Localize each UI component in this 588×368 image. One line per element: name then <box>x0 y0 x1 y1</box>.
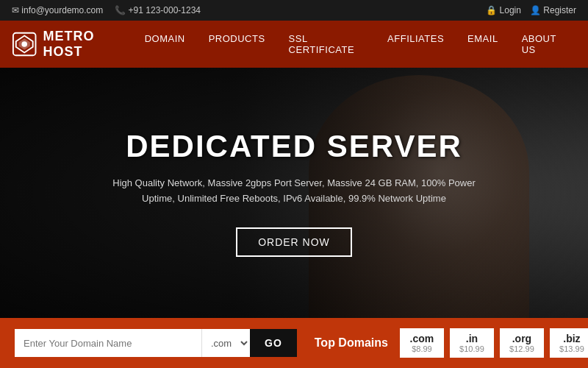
svg-point-3 <box>21 41 27 47</box>
nav-domain[interactable]: DOMAIN <box>135 27 196 61</box>
order-now-button[interactable]: ORDER NOW <box>236 227 352 257</box>
domain-badge-in[interactable]: .in $10.99 <box>450 328 494 358</box>
user-icon <box>530 5 543 15</box>
phone-icon <box>115 5 128 15</box>
hero-section: DEDICATED SERVER High Quality Network, M… <box>0 68 588 318</box>
email-info: info@yourdemo.com <box>12 5 103 15</box>
nav-products[interactable]: PRODUCTS <box>198 27 276 61</box>
domain-badge-com[interactable]: .com $8.99 <box>400 328 444 358</box>
logo[interactable]: METRO HOST <box>12 29 135 60</box>
nav-links: DOMAIN PRODUCTS SSL CERTIFICATE AFFILIAT… <box>135 27 576 61</box>
domain-badges: .com $8.99 .in $10.99 .org $12.99 .biz $… <box>400 328 588 358</box>
top-bar: info@yourdemo.com +91 123-000-1234 Login… <box>0 0 588 21</box>
lock-icon <box>486 5 499 15</box>
nav-email[interactable]: EMAIL <box>457 27 509 61</box>
register-link[interactable]: Register <box>530 5 576 15</box>
hero-content: DEDICATED SERVER High Quality Network, M… <box>88 129 500 257</box>
top-bar-right: Login Register <box>486 5 576 15</box>
domain-bar: .com .in .org .biz GO Top Domains .com $… <box>0 318 588 368</box>
hero-subtitle: High Quality Network, Massive 2gbps Port… <box>103 176 485 207</box>
login-link[interactable]: Login <box>486 5 521 15</box>
nav-about[interactable]: ABOUT US <box>512 27 576 61</box>
domain-input-group: .com .in .org .biz <box>15 329 250 357</box>
nav-ssl[interactable]: SSL CERTIFICATE <box>279 27 375 61</box>
top-domains-label: Top Domains <box>315 336 388 350</box>
logo-icon <box>12 31 37 57</box>
top-bar-left: info@yourdemo.com +91 123-000-1234 <box>12 5 201 15</box>
hero-title: DEDICATED SERVER <box>103 129 485 164</box>
domain-go-button[interactable]: GO <box>250 329 297 357</box>
navbar: METRO HOST DOMAIN PRODUCTS SSL CERTIFICA… <box>0 21 588 68</box>
nav-affiliates[interactable]: AFFILIATES <box>377 27 454 61</box>
domain-search-input[interactable] <box>15 329 201 357</box>
phone-info: +91 123-000-1234 <box>115 5 201 15</box>
email-icon <box>12 5 21 15</box>
domain-badge-org[interactable]: .org $12.99 <box>500 328 544 358</box>
domain-badge-biz[interactable]: .biz $13.99 <box>550 328 588 358</box>
domain-extension-select[interactable]: .com .in .org .biz <box>201 329 250 357</box>
